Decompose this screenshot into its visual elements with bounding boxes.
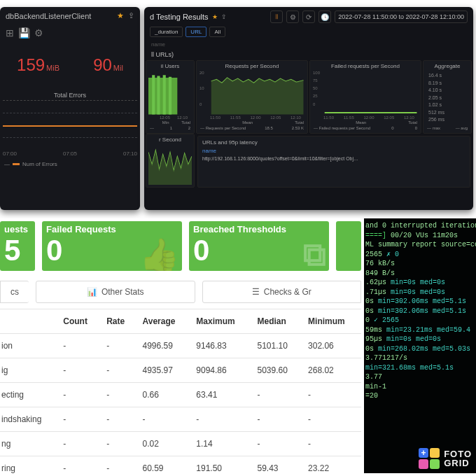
panelA-chart[interactable] [3,100,137,149]
cell-min: 302.06 [302,334,361,358]
cell-min: 268.02 [302,358,361,383]
xlabel: 07:05 [63,150,77,157]
chart-users[interactable]: il Users 12:0512:10 MinTotal —12 [146,60,195,134]
xlabel: 07:00 [3,150,17,157]
panelA-header: dbBackendListenerClient ★ ⇪ [0,7,140,24]
legend-label: Num of Errors [22,161,57,167]
cell-med: - [252,407,303,432]
errors-line [3,125,137,127]
cell-count: - [57,358,101,383]
list-icon: ☰ [252,287,260,297]
share-icon[interactable]: ⇪ [221,13,227,20]
panelB-title: d Testing Results [150,13,209,21]
col-mean: Mean [242,120,253,125]
panel-terminal[interactable]: and 0 interrupted iterations====] 00/20 … [364,218,476,473]
table-row: ng--0.021.14-- [0,432,361,456]
add-panel-icon[interactable]: ⊞ [6,27,14,38]
card-breached: Breached Thresholds 0 ⧉ [189,221,329,271]
chart-aggregate[interactable]: Aggregate 16.4 s 8.19 s 4.10 s 2.05 s 1.… [423,60,472,134]
summary-cards: uests 5 Failed Requests 0 👍 Breached Thr… [0,218,361,281]
tab-other-stats[interactable]: 📊Other Stats [36,281,195,303]
cell-count: - [57,432,101,456]
stat-other-unit: Mil [113,64,123,72]
terminal-line: 0s min=302.06ms med=5.1s [365,307,475,316]
col-mean: Min [162,120,169,125]
search-placeholder[interactable]: name [144,40,473,49]
agg-row: 2.05 s [428,94,466,102]
cell-min: - [302,407,361,432]
terminal-line: 95µs min=0s med=0s [365,335,475,344]
terminal-line: 0 ✓ 2565 [365,316,475,326]
cell-max: 63.41 [190,383,251,407]
alert-icon[interactable]: ⫴ [270,10,283,23]
agg-row: 4.10 s [428,87,466,94]
save-icon[interactable]: 💾 [18,27,30,38]
panelA-stats: 159MiB 90Mil [0,41,140,82]
card-extra [336,221,361,271]
urls-row[interactable]: http://192.168.1.126:8000/quotes?offset=… [202,156,465,161]
panel-influx-client: dbBackendListenerClient ★ ⇪ ⊞ 💾 ⚙ 159MiB… [0,7,140,210]
cell-avg: 4996.59 [136,334,190,358]
table-header-row: Count Rate Average Maximum Median Minimu… [0,309,361,334]
panelA-toolbar: ⊞ 💾 ⚙ [0,24,140,41]
terminal-line: 59ms min=23.21ms med=59.4 [365,326,475,335]
th-maximum[interactable]: Maximum [190,309,251,334]
filter-duration[interactable]: _duration [150,27,183,37]
stat-memory: 159MiB [17,55,59,75]
card-failed-label: Failed Requests [46,224,178,234]
tab-label: Checks & Gr [264,287,312,297]
cell-rate: - [101,456,136,477]
star-icon[interactable]: ★ [212,13,218,20]
filter-all[interactable]: All [209,27,225,37]
metrics-table: Count Rate Average Maximum Median Minimu… [0,309,361,476]
terminal-line: .71µs min=0s med=0s [365,288,475,298]
tab-label: Other Stats [102,287,144,297]
col-total: Total [295,120,304,125]
agg-row: 512 ms [428,109,466,117]
terminal-line: min=321.68ms med=5.1s [365,363,475,373]
panel-urls-latency[interactable]: URLs and 95p latency name http://192.168… [197,136,470,188]
chart-failed[interactable]: Failed requests per Second 100 75 50 25 … [309,60,421,134]
cell-avg: 0.66 [136,383,190,407]
cell-count: - [57,334,101,358]
chart-per-second[interactable]: r Second [146,134,195,188]
legend-val: 0 [391,126,393,130]
chart-per-second-title: r Second [148,136,192,143]
th-minimum[interactable]: Minimum [302,309,361,334]
th-count[interactable]: Count [57,309,101,334]
stat-other-value: 90 [93,55,112,74]
chart-rps[interactable]: Requests per Second 20100 11:50 11:55 12… [196,60,308,134]
svg-rect-4 [169,77,172,115]
svg-rect-3 [163,75,166,114]
panelB-second-row: r Second URLs and 95p latency name http:… [144,134,473,188]
time-range[interactable]: 2022-07-28 11:50:00 to 2022-07-28 12:10:… [335,10,468,23]
refresh-icon[interactable]: ⟳ [302,10,315,23]
tab-metrics[interactable]: cs [0,281,29,303]
th-median[interactable]: Median [252,309,303,334]
stat-memory-unit: MiB [46,64,59,72]
star-icon[interactable]: ★ [117,11,124,20]
terminal-line: =20 [365,391,475,401]
share-icon[interactable]: ⇪ [128,11,134,20]
cell-label: ion [0,334,57,358]
th-rate[interactable]: Rate [101,309,136,334]
cell-rate: - [101,383,136,407]
terminal-line: and 0 interrupted iterations [365,221,475,231]
panel-testing-results: d Testing Results ★ ⇪ ⫴ ⚙ ⟳ 🕓 2022-07-28… [144,7,473,210]
panelA-chart-title: Total Errors [0,92,140,99]
terminal-line: 76 kB/s [365,259,475,269]
card-failed: Failed Requests 0 👍 [42,221,182,271]
settings-icon[interactable]: ⚙ [286,10,299,23]
legend-val: 18.5 [265,126,273,130]
settings-icon[interactable]: ⚙ [34,27,43,38]
col-mean: Mean [356,120,366,125]
filter-url[interactable]: URL [186,27,206,37]
terminal-line: 0s min=268.02ms med=5.03s [365,344,475,354]
tab-checks[interactable]: ☰Checks & Gr [202,281,362,303]
thumbs-up-icon: 👍 [139,236,179,271]
chart-icon: ⧉ [303,235,326,271]
card-requests: uests 5 [0,221,35,271]
cell-avg: - [136,407,190,432]
th-average[interactable]: Average [136,309,190,334]
agg-row: 8.19 s [428,80,466,88]
